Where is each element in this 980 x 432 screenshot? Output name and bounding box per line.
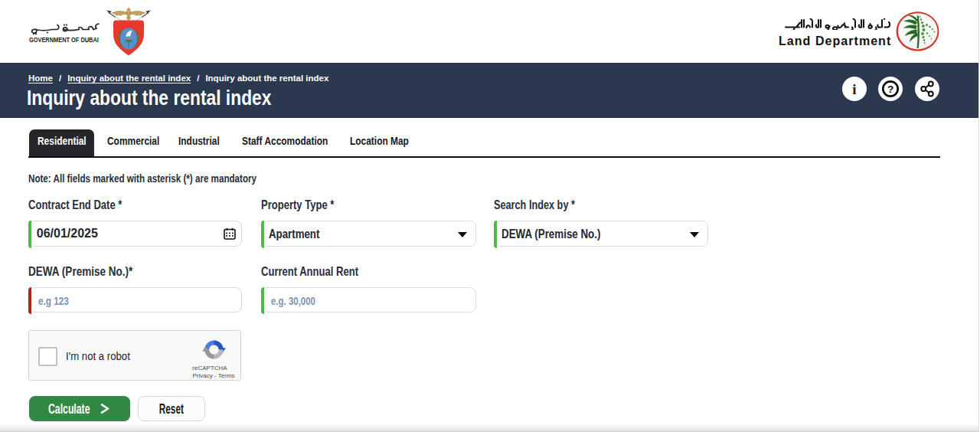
svg-text:?: ? — [887, 83, 893, 95]
svg-text:i: i — [852, 81, 856, 97]
